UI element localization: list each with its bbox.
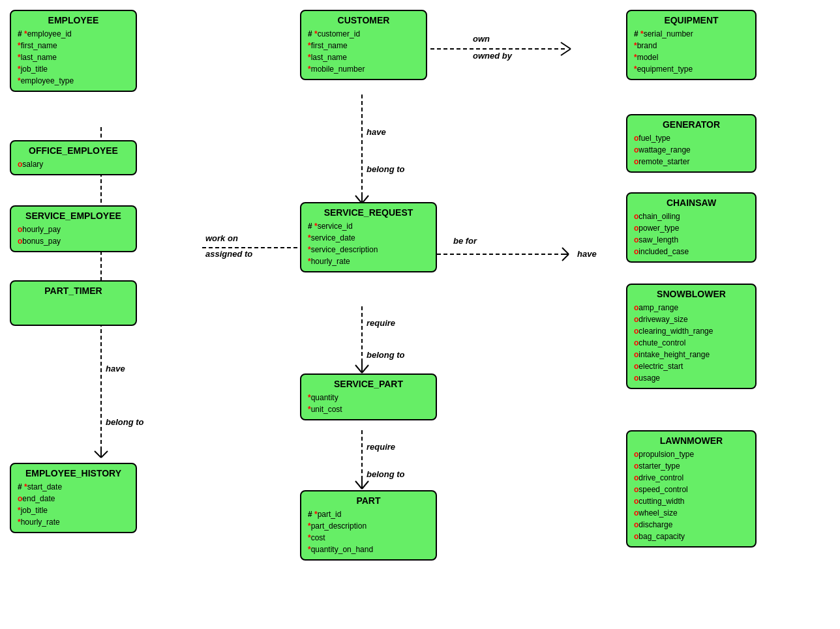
equip-field-4: *equipment_type	[634, 63, 749, 75]
gen-field-3: oremote_starter	[634, 156, 749, 168]
part-timer-title: PART_TIMER	[18, 285, 129, 296]
sr-field-4: *hourly_rate	[308, 256, 429, 267]
assigned-to-label: assigned to	[205, 249, 252, 259]
employee-field-5: *employee_type	[18, 75, 129, 87]
chainsaw-title: CHAINSAW	[634, 197, 749, 208]
employee-entity: EMPLOYEE # *employee_id *first_name *las…	[10, 10, 137, 92]
employee-field-2: *first_name	[18, 40, 129, 51]
have-customer-label: have	[367, 127, 386, 137]
sr-field-2: *service_date	[308, 232, 429, 244]
belong-to-service-label: belong to	[367, 350, 405, 360]
employee-title: EMPLOYEE	[18, 15, 129, 25]
service-employee-title: SERVICE_EMPLOYEE	[18, 211, 129, 221]
own-label: own	[473, 34, 490, 44]
sb-field-3: oclearing_width_range	[634, 325, 749, 337]
svg-line-22	[355, 481, 362, 489]
require-part-label: require	[367, 442, 395, 452]
customer-field-3: *last_name	[308, 51, 419, 63]
cs-field-3: osaw_length	[634, 234, 749, 246]
have-equipment-label: have	[577, 249, 597, 259]
svg-line-26	[95, 451, 101, 458]
svg-line-2	[561, 49, 571, 55]
customer-title: CUSTOMER	[308, 15, 419, 25]
cs-field-2: opower_type	[634, 222, 749, 234]
sp-field-1: *quantity	[308, 392, 429, 403]
part-title: PART	[308, 495, 429, 506]
lm-field-1: opropulsion_type	[634, 448, 749, 460]
office-employee-title: OFFICE_EMPLOYEE	[18, 145, 129, 156]
lawnmower-title: LAWNMOWER	[634, 435, 749, 446]
equip-field-3: *model	[634, 51, 749, 63]
chainsaw-entity: CHAINSAW ochain_oiling opower_type osaw_…	[626, 192, 757, 263]
lawnmower-entity: LAWNMOWER opropulsion_type ostarter_type…	[626, 430, 757, 548]
part-field-2: *part_description	[308, 520, 429, 532]
emp-hist-field-3: *job_title	[18, 505, 129, 516]
lm-field-5: ocutting_width	[634, 495, 749, 507]
equipment-entity: EQUIPMENT # *serial_number *brand *model…	[626, 10, 757, 80]
sp-field-2: *unit_cost	[308, 403, 429, 415]
gen-field-1: ofuel_type	[634, 132, 749, 144]
be-for-label: be for	[453, 236, 477, 246]
generator-title: GENERATOR	[634, 119, 749, 130]
lm-field-6: owheel_size	[634, 507, 749, 519]
office-employee-entity: OFFICE_EMPLOYEE osalary	[10, 140, 137, 175]
owned-by-label: owned by	[473, 51, 512, 61]
office-employee-field-1: osalary	[18, 158, 129, 170]
snowblower-title: SNOWBLOWER	[634, 289, 749, 299]
sr-field-1: # *service_id	[308, 220, 429, 232]
service-request-title: SERVICE_REQUEST	[308, 207, 429, 218]
sb-field-6: oelectric_start	[634, 360, 749, 372]
svg-line-27	[101, 451, 108, 458]
lm-field-8: obag_capacity	[634, 531, 749, 542]
sb-field-5: ointake_height_range	[634, 349, 749, 360]
belong-to-customer-label: belong to	[367, 164, 405, 174]
lm-field-3: odrive_control	[634, 472, 749, 484]
snowblower-entity: SNOWBLOWER oamp_range odriveway_size ocl…	[626, 284, 757, 389]
sb-field-7: ousage	[634, 372, 749, 384]
part-entity: PART # *part_id *part_description *cost …	[300, 490, 437, 561]
equip-field-1: # *serial_number	[634, 28, 749, 40]
service-request-entity: SERVICE_REQUEST # *service_id *service_d…	[300, 202, 437, 272]
have-employee-label: have	[106, 364, 125, 373]
sb-field-2: odriveway_size	[634, 314, 749, 325]
service-employee-field-1: ohourly_pay	[18, 224, 129, 235]
service-part-title: SERVICE_PART	[308, 379, 429, 389]
work-on-label: work on	[205, 233, 238, 243]
part-field-3: *cost	[308, 532, 429, 544]
sr-field-3: *service_description	[308, 244, 429, 256]
generator-entity: GENERATOR ofuel_type owattage_range orem…	[626, 114, 757, 173]
service-part-entity: SERVICE_PART *quantity *unit_cost	[300, 373, 437, 420]
diagram: EMPLOYEE # *employee_id *first_name *las…	[0, 0, 840, 629]
employee-history-title: EMPLOYEE_HISTORY	[18, 468, 129, 478]
lm-field-4: ospeed_control	[634, 484, 749, 495]
employee-field-4: *job_title	[18, 63, 129, 75]
sb-field-1: oamp_range	[634, 302, 749, 314]
require-service-label: require	[367, 318, 395, 328]
part-timer-entity: PART_TIMER	[10, 280, 137, 326]
svg-line-19	[362, 365, 368, 373]
svg-line-18	[355, 365, 362, 373]
emp-hist-field-1: # *start_date	[18, 481, 129, 493]
equipment-title: EQUIPMENT	[634, 15, 749, 25]
customer-field-4: *mobile_number	[308, 63, 419, 75]
svg-line-23	[362, 481, 368, 489]
gen-field-2: owattage_range	[634, 144, 749, 156]
employee-history-entity: EMPLOYEE_HISTORY # *start_date oend_date…	[10, 463, 137, 533]
customer-entity: CUSTOMER # *customer_id *first_name *las…	[300, 10, 427, 80]
employee-field-1: # *employee_id	[18, 28, 129, 40]
emp-hist-field-2: oend_date	[18, 493, 129, 505]
belong-to-employee-label: belong to	[106, 417, 144, 427]
service-employee-entity: SERVICE_EMPLOYEE ohourly_pay obonus_pay	[10, 205, 137, 252]
belong-to-part-label: belong to	[367, 469, 405, 479]
part-field-1: # *part_id	[308, 508, 429, 520]
svg-line-12	[562, 248, 569, 254]
svg-line-1	[561, 42, 571, 49]
emp-hist-field-4: *hourly_rate	[18, 516, 129, 528]
equip-field-2: *brand	[634, 40, 749, 51]
customer-field-2: *first_name	[308, 40, 419, 51]
cs-field-1: ochain_oiling	[634, 211, 749, 222]
svg-line-13	[562, 254, 569, 261]
sb-field-4: ochute_control	[634, 337, 749, 349]
service-employee-field-2: obonus_pay	[18, 235, 129, 247]
employee-field-3: *last_name	[18, 51, 129, 63]
